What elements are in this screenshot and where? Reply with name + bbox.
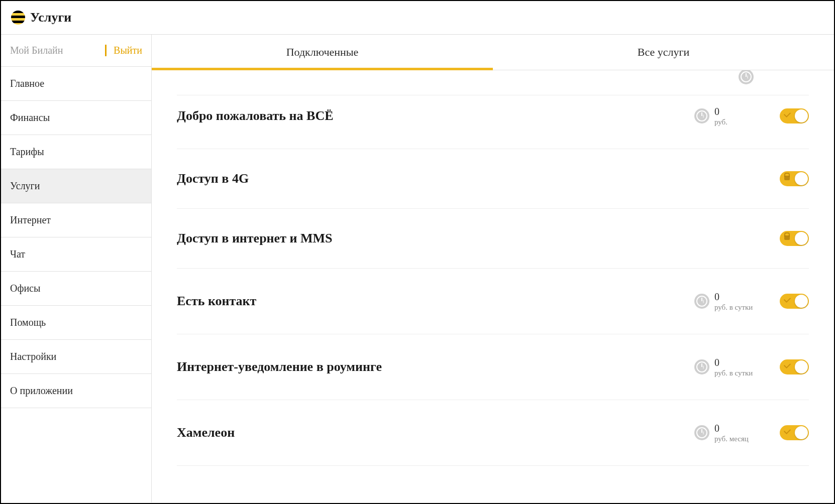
sidebar: Мой Билайн Выйти ГлавноеФинансыТарифыУсл… [1, 35, 152, 502]
service-row[interactable]: Доступ в 4G [177, 149, 809, 209]
sidebar-item-3[interactable]: Услуги [1, 169, 151, 203]
sidebar-item-1[interactable]: Финансы [1, 101, 151, 135]
service-toggle [780, 231, 809, 246]
price-unit: руб. в сутки [714, 368, 753, 377]
service-right: 0руб. в сутки [694, 356, 809, 377]
price-text: 0руб. в сутки [714, 356, 753, 377]
service-right [780, 231, 809, 246]
price-block: 0руб. [694, 105, 765, 127]
service-row[interactable]: Есть контакт0руб. в сутки [177, 269, 809, 334]
price-block: 0руб. в сутки [694, 356, 765, 377]
service-row[interactable]: Добро пожаловать на ВСЁ0руб. [177, 95, 809, 149]
clock-icon [694, 294, 709, 309]
tabs: ПодключенныеВсе услуги [152, 35, 834, 70]
price-unit: руб. [714, 117, 727, 127]
service-row[interactable]: Интернет-уведомление в роуминге0руб. в с… [177, 334, 809, 400]
service-row[interactable]: Хамелеон0руб. месяц [177, 400, 809, 466]
service-name: Добро пожаловать на ВСЁ [177, 108, 694, 123]
lock-icon [784, 176, 790, 180]
price-unit: руб. месяц [714, 434, 749, 443]
clock-icon [739, 70, 754, 84]
logout-button[interactable]: Выйти [105, 45, 142, 56]
clock-icon [694, 108, 709, 123]
price-amount: 0 [714, 422, 749, 434]
sidebar-top: Мой Билайн Выйти [1, 35, 151, 67]
clock-icon [694, 425, 709, 440]
service-name: Есть контакт [177, 294, 694, 309]
service-name: Хамелеон [177, 425, 694, 440]
price-block [739, 70, 809, 84]
service-toggle[interactable] [780, 294, 809, 309]
body-wrap: Мой Билайн Выйти ГлавноеФинансыТарифыУсл… [1, 35, 834, 502]
service-right: 0руб. месяц [694, 422, 809, 443]
sidebar-item-4[interactable]: Интернет [1, 203, 151, 237]
price-text: 0руб. в сутки [714, 291, 753, 312]
price-block: 0руб. месяц [694, 422, 765, 443]
sidebar-item-2[interactable]: Тарифы [1, 135, 151, 169]
price-block: 0руб. в сутки [694, 291, 765, 312]
price-text: 0руб. месяц [714, 422, 749, 443]
tab-0[interactable]: Подключенные [152, 35, 493, 70]
toggle-knob [795, 232, 808, 245]
service-right: 0руб. [694, 105, 809, 127]
clock-icon [694, 359, 709, 374]
sidebar-item-0[interactable]: Главное [1, 67, 151, 101]
app-header: Услуги [1, 1, 834, 35]
service-toggle[interactable] [780, 425, 809, 440]
toggle-knob [795, 109, 808, 122]
toggle-knob [795, 295, 808, 308]
price-amount: 0 [714, 291, 753, 303]
toggle-knob [795, 172, 808, 185]
service-right: 0руб. в сутки [694, 291, 809, 312]
price-amount: 0 [714, 356, 753, 368]
service-row-partial [177, 70, 809, 95]
sidebar-item-5[interactable]: Чат [1, 237, 151, 272]
service-name: Доступ в интернет и MMS [177, 231, 780, 246]
toggle-knob [795, 360, 808, 373]
service-name: Доступ в 4G [177, 171, 780, 186]
sidebar-item-6[interactable]: Офисы [1, 272, 151, 306]
service-toggle [780, 171, 809, 186]
service-toggle[interactable] [780, 359, 809, 374]
service-row[interactable]: Доступ в интернет и MMS [177, 209, 809, 269]
service-name: Интернет-уведомление в роуминге [177, 359, 694, 374]
check-icon [784, 110, 791, 117]
check-icon [784, 361, 791, 368]
price-text: 0руб. [714, 105, 727, 127]
sidebar-item-7[interactable]: Помощь [1, 306, 151, 340]
page-title: Услуги [30, 10, 71, 25]
tab-1[interactable]: Все услуги [493, 35, 834, 70]
service-list[interactable]: Добро пожаловать на ВСЁ0руб.Доступ в 4GД… [152, 70, 834, 502]
beeline-logo-icon [11, 11, 25, 25]
service-right [780, 171, 809, 186]
service-toggle[interactable] [780, 108, 809, 123]
sidebar-account-label[interactable]: Мой Билайн [10, 45, 63, 56]
sidebar-item-8[interactable]: Настройки [1, 340, 151, 374]
price-amount: 0 [714, 105, 727, 117]
sidebar-item-9[interactable]: О приложении [1, 374, 151, 408]
check-icon [784, 427, 791, 434]
lock-icon [784, 235, 790, 240]
check-icon [784, 296, 791, 303]
main-content: ПодключенныеВсе услуги Добро пожаловать … [152, 35, 834, 502]
price-unit: руб. в сутки [714, 303, 753, 312]
toggle-knob [795, 426, 808, 439]
